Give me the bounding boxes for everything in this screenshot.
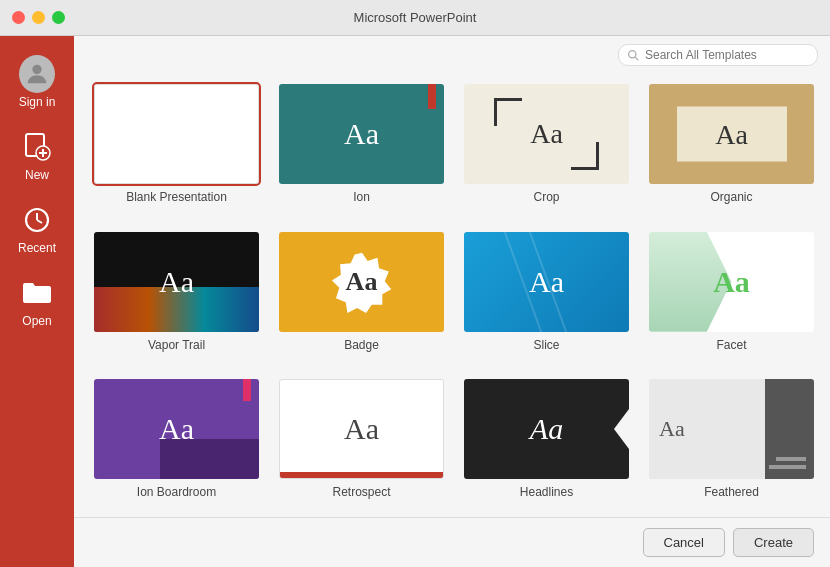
sidebar: Sign in New Recent (0, 36, 74, 567)
template-item-ion[interactable]: Aa Ion (279, 84, 444, 212)
create-button[interactable]: Create (733, 528, 814, 557)
template-thumb-headlines[interactable]: Aa (464, 379, 629, 479)
template-thumb-crop[interactable]: Aa (464, 84, 629, 184)
signin-label: Sign in (19, 95, 56, 109)
svg-point-0 (32, 65, 41, 74)
template-name-organic: Organic (710, 190, 752, 204)
template-item-ion-boardroom[interactable]: Aa Ion Boardroom (94, 379, 259, 507)
window-title: Microsoft PowerPoint (354, 10, 477, 25)
template-item-organic[interactable]: Aa Organic (649, 84, 814, 212)
template-thumb-retrospect[interactable]: Aa (279, 379, 444, 479)
open-label: Open (22, 314, 51, 328)
template-thumb-badge[interactable]: Aa (279, 232, 444, 332)
template-item-blank[interactable]: Blank Presentation (94, 84, 259, 212)
template-item-badge[interactable]: Aa Badge (279, 232, 444, 360)
template-name-badge: Badge (344, 338, 379, 352)
template-name-feathered: Feathered (704, 485, 759, 499)
template-name-slice: Slice (533, 338, 559, 352)
svg-line-7 (37, 220, 42, 223)
template-thumb-facet[interactable]: Aa (649, 232, 814, 332)
template-item-facet[interactable]: Aa Facet (649, 232, 814, 360)
new-label: New (25, 168, 49, 182)
folder-icon (19, 275, 55, 311)
svg-point-8 (629, 50, 636, 57)
title-bar: Microsoft PowerPoint (0, 0, 830, 36)
template-item-vapor-trail[interactable]: Aa Vapor Trail (94, 232, 259, 360)
template-item-slice[interactable]: Aa Slice (464, 232, 629, 360)
template-item-retrospect[interactable]: Aa Retrospect (279, 379, 444, 507)
template-item-headlines[interactable]: Aa Headlines (464, 379, 629, 507)
search-icon (627, 49, 640, 62)
template-name-headlines: Headlines (520, 485, 573, 499)
template-thumb-boardroom[interactable]: Aa (94, 379, 259, 479)
close-button[interactable] (12, 11, 25, 24)
template-name-ion-boardroom: Ion Boardroom (137, 485, 216, 499)
recent-label: Recent (18, 241, 56, 255)
cancel-button[interactable]: Cancel (643, 528, 725, 557)
template-thumb-slice[interactable]: Aa (464, 232, 629, 332)
content-area: Blank Presentation Aa Ion Aa Crop Aa Org… (74, 36, 830, 567)
clock-icon (19, 202, 55, 238)
template-name-blank: Blank Presentation (126, 190, 227, 204)
search-bar (74, 36, 830, 74)
svg-line-9 (635, 57, 638, 60)
search-input[interactable] (645, 48, 809, 62)
new-doc-icon (19, 129, 55, 165)
sidebar-item-new[interactable]: New (0, 119, 74, 192)
template-thumb-ion[interactable]: Aa (279, 84, 444, 184)
template-thumb-organic[interactable]: Aa (649, 84, 814, 184)
template-name-vapor-trail: Vapor Trail (148, 338, 205, 352)
sidebar-item-open[interactable]: Open (0, 265, 74, 338)
sidebar-item-recent[interactable]: Recent (0, 192, 74, 265)
template-thumb-blank[interactable] (94, 84, 259, 184)
templates-grid: Blank Presentation Aa Ion Aa Crop Aa Org… (74, 74, 830, 517)
person-icon (19, 56, 55, 92)
template-name-retrospect: Retrospect (332, 485, 390, 499)
sidebar-item-signin[interactable]: Sign in (0, 46, 74, 119)
footer: Cancel Create (74, 517, 830, 567)
template-name-crop: Crop (533, 190, 559, 204)
template-thumb-feathered[interactable]: Aa (649, 379, 814, 479)
template-item-feathered[interactable]: Aa Feathered (649, 379, 814, 507)
template-item-crop[interactable]: Aa Crop (464, 84, 629, 212)
minimize-button[interactable] (32, 11, 45, 24)
app-container: Sign in New Recent (0, 36, 830, 567)
template-name-ion: Ion (353, 190, 370, 204)
search-wrap (618, 44, 818, 66)
template-thumb-vapor[interactable]: Aa (94, 232, 259, 332)
maximize-button[interactable] (52, 11, 65, 24)
template-name-facet: Facet (716, 338, 746, 352)
traffic-lights (12, 11, 65, 24)
